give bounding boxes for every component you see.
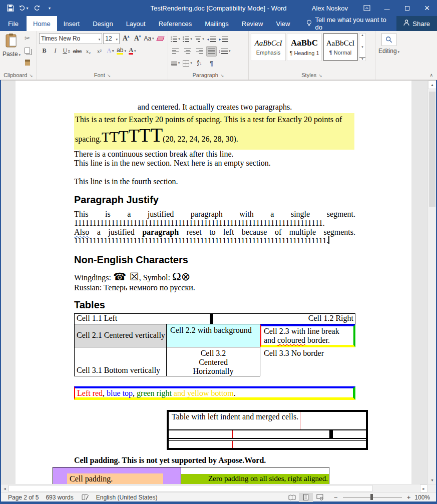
tab-layout[interactable]: Layout: [120, 16, 152, 31]
account-name[interactable]: Alex Noskov: [312, 5, 348, 12]
justified-paragraph-2[interactable]: Also a justified paragraph reset to left…: [74, 228, 355, 246]
zoom-out-icon[interactable]: [334, 493, 338, 501]
styles-scroll-down-icon[interactable]: ▼: [359, 46, 365, 49]
share-button[interactable]: Share: [396, 16, 437, 31]
merged-cells-table[interactable]: Table with left indent and merged cells.: [167, 410, 368, 450]
tab-review[interactable]: Review: [235, 16, 270, 31]
empty-cell[interactable]: [233, 441, 366, 448]
shading-button[interactable]: [170, 58, 181, 69]
align-right-button[interactable]: [194, 46, 205, 57]
non-english-heading[interactable]: Non-English Characters: [74, 254, 355, 265]
cell-1-1[interactable]: Cell 1.1 Left: [75, 314, 213, 324]
find-button[interactable]: [381, 33, 396, 46]
tell-me-box[interactable]: Tell me what you want to do: [303, 16, 396, 31]
styles-more-icon[interactable]: ▼: [359, 57, 365, 61]
horizontal-scrollbar[interactable]: [1, 484, 436, 492]
line-spacing-button[interactable]: [218, 46, 231, 57]
fourth-section-line[interactable]: This line is in the fourth section.: [74, 177, 355, 186]
styles-scroll-up-icon[interactable]: ▲: [359, 34, 365, 37]
cell-2-2[interactable]: Cell 2.2 with background: [167, 324, 260, 347]
zoom-level[interactable]: 100%: [414, 494, 430, 501]
cell-3-3[interactable]: Cell 3.3 No border: [260, 347, 355, 376]
cell-padding-title[interactable]: Cell padding. This is not yet supported …: [74, 456, 355, 465]
tab-file[interactable]: File: [0, 16, 27, 31]
paragraph-dialog-launcher-icon[interactable]: [220, 72, 224, 78]
scroll-up-icon[interactable]: [428, 81, 436, 89]
italic-button[interactable]: I: [50, 46, 61, 56]
cell-3-1[interactable]: Cell 3.1 Bottom vertically: [74, 347, 167, 376]
styles-dialog-launcher-icon[interactable]: [318, 72, 322, 78]
vertical-scrollbar[interactable]: [427, 81, 436, 484]
ribbon-display-options-icon[interactable]: [357, 0, 377, 16]
proofing-icon[interactable]: [82, 494, 89, 500]
coloured-border-paragraph[interactable]: Left red, blue top, green right and yell…: [74, 386, 355, 400]
tab-insert[interactable]: Insert: [57, 16, 87, 31]
scroll-left-icon[interactable]: [1, 484, 9, 492]
wingdings-line[interactable]: Wingdings: ☎ ☒, Symbol: Ω⊗: [74, 270, 355, 283]
test-table-1[interactable]: Cell 1.1 Left Cell 1.2 Right Cell 2.1 Ce…: [74, 313, 355, 376]
style-card-normal[interactable]: AaBbCcI ¶ Normal: [323, 33, 358, 61]
justify-heading[interactable]: Paragraph Justify: [74, 194, 355, 205]
highlight-color-button[interactable]: ab: [116, 46, 127, 56]
padded-cell[interactable]: Cell padding. Top: 0.1, bottom 0.2: [53, 467, 181, 484]
undo-caret-icon[interactable]: ▾: [26, 6, 28, 11]
empty-cell[interactable]: [169, 441, 233, 448]
undo-icon[interactable]: ▾: [18, 3, 29, 14]
minimize-button[interactable]: [377, 0, 397, 16]
collapse-ribbon-icon[interactable]: [429, 73, 433, 78]
cell-2-3[interactable]: Cell 2.3 with line break and coloured bo…: [260, 324, 355, 347]
word-count[interactable]: 693 words: [46, 494, 73, 501]
superscript-button[interactable]: x²: [94, 46, 105, 56]
font-size-combo[interactable]: 12: [103, 33, 120, 44]
empty-cell[interactable]: [169, 430, 233, 438]
read-mode-icon[interactable]: [285, 493, 299, 502]
clipboard-dialog-launcher-icon[interactable]: [29, 72, 33, 78]
decrease-indent-button[interactable]: [206, 34, 217, 45]
tab-home[interactable]: Home: [27, 16, 57, 31]
tab-mailings[interactable]: Mailings: [198, 16, 235, 31]
scroll-down-icon[interactable]: [428, 476, 436, 484]
format-painter-icon[interactable]: [22, 57, 33, 68]
vertical-scrollbar-thumb[interactable]: [429, 92, 435, 207]
underline-button[interactable]: U: [61, 46, 72, 56]
paste-button[interactable]: Paste: [2, 33, 21, 68]
numbering-button[interactable]: [182, 34, 193, 45]
merged-caption-cell[interactable]: Table with left indent and merged cells.: [169, 412, 300, 429]
tab-design[interactable]: Design: [86, 16, 119, 31]
empty-cell[interactable]: [300, 412, 366, 429]
show-hide-marks-button[interactable]: ¶: [206, 58, 217, 69]
multilevel-list-button[interactable]: [194, 34, 205, 45]
web-layout-icon[interactable]: [313, 493, 327, 502]
align-left-button[interactable]: [170, 46, 181, 57]
clear-formatting-button[interactable]: [155, 34, 166, 44]
document-page[interactable]: and centered. It actually creates two pa…: [16, 81, 411, 484]
increase-indent-button[interactable]: [218, 34, 229, 45]
text-effects-button[interactable]: A: [105, 46, 116, 56]
tab-view[interactable]: View: [269, 16, 296, 31]
redo-icon[interactable]: [31, 3, 42, 14]
empty-cell[interactable]: [233, 430, 333, 438]
horizontal-scrollbar-thumb[interactable]: [9, 485, 372, 492]
zoom-slider-thumb[interactable]: [370, 494, 373, 500]
new-section-line[interactable]: This line is in the new section. Next he…: [74, 159, 355, 168]
justified-paragraph-1[interactable]: This is a justified paragraph with a sin…: [74, 210, 355, 228]
cell-3-2[interactable]: Cell 3.2 Centered Horizontally: [167, 347, 260, 376]
justify-button[interactable]: [206, 46, 217, 57]
save-icon[interactable]: [5, 3, 16, 14]
language-indicator[interactable]: English (United States): [96, 494, 158, 501]
subscript-button[interactable]: x₂: [83, 46, 94, 56]
align-center-button[interactable]: [182, 46, 193, 57]
customize-quick-access-icon[interactable]: ▾: [44, 3, 55, 14]
maximize-button[interactable]: [397, 0, 417, 16]
grow-font-button[interactable]: A: [121, 34, 131, 44]
style-card-heading1[interactable]: AaBbC ¶ Heading 1: [287, 33, 322, 61]
scroll-right-icon[interactable]: [420, 484, 427, 492]
font-dialog-launcher-icon[interactable]: [107, 72, 111, 78]
close-button[interactable]: [417, 0, 437, 16]
empty-cell[interactable]: [333, 430, 366, 438]
page-indicator[interactable]: Page 2 of 5: [8, 494, 39, 501]
russian-line[interactable]: Russian: Теперь немного по русски.: [74, 283, 355, 292]
cell-padding-table[interactable]: Cell padding. Top: 0.1, bottom 0.2 Zero …: [53, 467, 329, 484]
cut-icon[interactable]: [22, 33, 33, 44]
tables-heading[interactable]: Tables: [74, 299, 355, 310]
